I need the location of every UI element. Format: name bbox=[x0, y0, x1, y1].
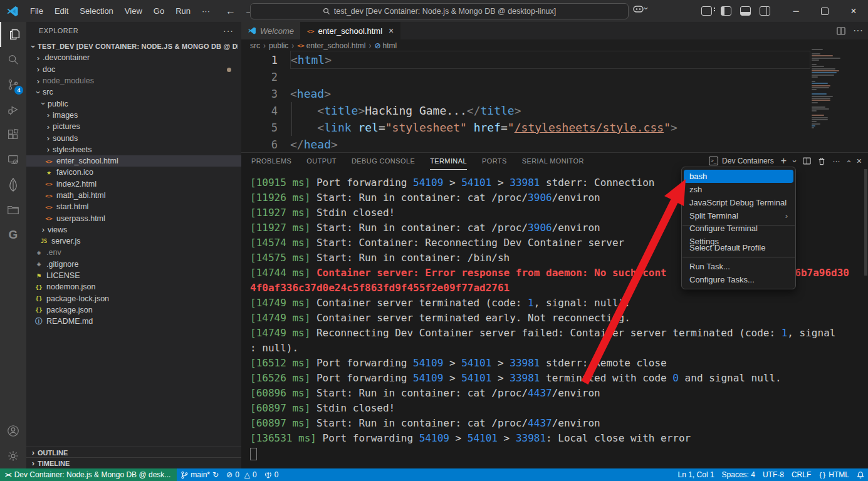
tree-item-license[interactable]: ⚑LICENSE bbox=[26, 270, 241, 281]
menu-edit[interactable]: Edit bbox=[49, 0, 74, 22]
activity-explorer[interactable] bbox=[0, 22, 28, 47]
tree-item-node-modules[interactable]: ›node_modules bbox=[26, 75, 241, 86]
notifications-bell[interactable] bbox=[853, 468, 868, 481]
tab-welcome[interactable]: Welcome bbox=[241, 22, 301, 39]
menu-item-run-task-[interactable]: Run Task... bbox=[684, 260, 793, 273]
close-panel-icon[interactable]: × bbox=[857, 156, 862, 166]
split-editor-icon[interactable] bbox=[837, 27, 845, 35]
tree-item-pictures[interactable]: ›pictures bbox=[26, 121, 241, 132]
menu-item-configure-tasks-[interactable]: Configure Tasks... bbox=[684, 273, 793, 286]
tree-item-index2-html[interactable]: <>index2.html bbox=[26, 178, 241, 190]
tree-item-readme-md[interactable]: ⓘREADME.md bbox=[26, 316, 241, 327]
minimize-button[interactable]: ─ bbox=[782, 0, 810, 22]
nav-back-icon[interactable]: ← bbox=[226, 6, 236, 17]
settings-button[interactable] bbox=[0, 443, 26, 468]
tree-item-package-json[interactable]: {}package.json bbox=[26, 304, 241, 316]
activity-extensions[interactable] bbox=[0, 122, 26, 147]
encoding-status[interactable]: UTF-8 bbox=[759, 468, 788, 481]
activity-remote-explorer[interactable] bbox=[0, 147, 26, 172]
tree-item--devcontainer[interactable]: ›.devcontainer bbox=[26, 52, 241, 63]
tab-label: enter_school.html bbox=[318, 26, 382, 36]
toggle-secondary-sidebar-icon[interactable] bbox=[760, 6, 770, 16]
forwarded-ports-status[interactable]: 0 bbox=[261, 468, 283, 481]
menu-go[interactable]: Go bbox=[148, 0, 170, 22]
kill-terminal-icon[interactable] bbox=[818, 157, 825, 165]
breadcrumb-src[interactable]: src bbox=[250, 41, 260, 50]
remote-indicator[interactable]: >< Dev Container: Node.js & Mongo DB @ d… bbox=[0, 468, 177, 481]
tree-item-favicon-ico[interactable]: ★favicon.ico bbox=[26, 167, 241, 178]
indentation-status[interactable]: Spaces: 4 bbox=[718, 468, 759, 481]
split-terminal-icon[interactable] bbox=[803, 157, 811, 165]
menu-item-bash[interactable]: bash bbox=[684, 170, 793, 183]
tree-item-math-abi-html[interactable]: <>math_abi.html bbox=[26, 190, 241, 201]
language-mode[interactable]: {} HTML bbox=[815, 468, 853, 481]
menu-item-zsh[interactable]: zsh bbox=[684, 183, 793, 196]
tree-item-userpass-html[interactable]: <>userpass.html bbox=[26, 212, 241, 224]
panel-tab-debug-console[interactable]: DEBUG CONSOLE bbox=[352, 153, 415, 170]
new-terminal-button[interactable]: + bbox=[781, 155, 787, 167]
menu-item-configure-terminal-settings[interactable]: Configure Terminal Settings bbox=[684, 228, 793, 241]
tree-item-sounds[interactable]: ›sounds bbox=[26, 132, 241, 143]
panel-tab-ports[interactable]: PORTS bbox=[482, 153, 507, 170]
panel-tab-problems[interactable]: PROBLEMS bbox=[251, 153, 291, 170]
activity-gitlens[interactable]: G bbox=[0, 222, 26, 247]
tree-item--gitignore[interactable]: ◈.gitignore bbox=[26, 259, 241, 270]
menu-item-split-terminal[interactable]: Split Terminal› bbox=[684, 209, 793, 222]
menu-more[interactable]: ··· bbox=[196, 0, 216, 22]
close-button[interactable]: × bbox=[839, 0, 868, 22]
breadcrumb[interactable]: src › public › <> enter_school.html › ⊘ … bbox=[241, 39, 868, 51]
activity-folder-view[interactable] bbox=[0, 197, 26, 222]
maximize-button[interactable] bbox=[810, 0, 839, 22]
activity-search[interactable] bbox=[0, 47, 26, 72]
activity-mongodb[interactable] bbox=[0, 172, 26, 197]
tree-item-nodemon-json[interactable]: {}nodemon.json bbox=[26, 281, 241, 292]
tree-item-test-dev-dev-container-node-js[interactable]: ›TEST_DEV [DEV CONTAINER: NODE.JS & MONG… bbox=[26, 41, 241, 52]
cursor-position[interactable]: Ln 1, Col 1 bbox=[674, 468, 718, 481]
tree-item-enter-school-html[interactable]: <>enter_school.html bbox=[26, 155, 241, 167]
tree-item-images[interactable]: ›images bbox=[26, 110, 241, 121]
editor-more-actions-icon[interactable]: ··· bbox=[853, 25, 863, 36]
panel-tab-serial-monitor[interactable]: SERIAL MONITOR bbox=[522, 153, 584, 170]
panel-more-actions-icon[interactable]: ··· bbox=[832, 157, 840, 165]
activity-source-control[interactable]: 4 bbox=[0, 72, 26, 97]
menu-item-javascript-debug-terminal[interactable]: JavaScript Debug Terminal bbox=[684, 196, 793, 209]
copilot-button[interactable]: › bbox=[633, 4, 647, 13]
panel-tab-terminal[interactable]: TERMINAL bbox=[430, 153, 467, 170]
tree-item-public[interactable]: ›public bbox=[26, 98, 241, 109]
terminal-profile-dropdown[interactable]: › bbox=[790, 160, 800, 162]
timeline-section[interactable]: › TIMELINE bbox=[26, 457, 241, 468]
breadcrumb-public[interactable]: public bbox=[269, 41, 288, 50]
minimap[interactable] bbox=[812, 49, 850, 143]
close-tab-icon[interactable]: × bbox=[389, 26, 394, 36]
tree-item-stylesheets[interactable]: ›stylesheets bbox=[26, 144, 241, 155]
menu-run[interactable]: Run bbox=[170, 0, 196, 22]
customize-layout-icon[interactable] bbox=[701, 6, 712, 16]
outline-section[interactable]: › OUTLINE bbox=[26, 447, 241, 458]
tab-enter-school[interactable]: <> enter_school.html × bbox=[301, 22, 400, 39]
menu-selection[interactable]: Selection bbox=[74, 0, 118, 22]
sidebar-actions-button[interactable]: ··· bbox=[223, 26, 234, 36]
toggle-panel-icon[interactable] bbox=[740, 6, 751, 16]
tree-item-start-html[interactable]: <>start.html bbox=[26, 201, 241, 212]
terminal-scrollbar[interactable] bbox=[864, 169, 867, 276]
panel-tab-output[interactable]: OUTPUT bbox=[306, 153, 337, 170]
maximize-panel-icon[interactable]: › bbox=[844, 160, 853, 162]
breadcrumb-symbol[interactable]: html bbox=[383, 41, 397, 50]
eol-status[interactable]: CRLF bbox=[788, 468, 815, 481]
breadcrumb-file[interactable]: enter_school.html bbox=[306, 41, 366, 50]
tree-item--env[interactable]: ✱.env bbox=[26, 247, 241, 258]
problems-status[interactable]: ⊘ 0 △ 0 bbox=[222, 468, 261, 481]
tree-item-doc[interactable]: ›doc bbox=[26, 64, 241, 75]
tree-item-package-lock-json[interactable]: {}package-lock.json bbox=[26, 293, 241, 304]
terminal-instance-item[interactable]: >_ Dev Containers bbox=[709, 157, 774, 165]
accounts-button[interactable] bbox=[0, 418, 26, 443]
command-center-search[interactable]: test_dev [Dev Container: Node.js & Mongo… bbox=[250, 3, 629, 19]
menu-file[interactable]: File bbox=[24, 0, 49, 22]
toggle-sidebar-icon[interactable] bbox=[721, 6, 731, 16]
tree-item-server-js[interactable]: JSserver.js bbox=[26, 235, 241, 247]
menu-view[interactable]: View bbox=[119, 0, 148, 22]
tree-item-views[interactable]: ›views bbox=[26, 224, 241, 235]
activity-run-debug[interactable] bbox=[0, 97, 26, 122]
branch-status[interactable]: main* ↻ bbox=[177, 468, 222, 481]
tree-item-src[interactable]: ›src bbox=[26, 86, 241, 98]
